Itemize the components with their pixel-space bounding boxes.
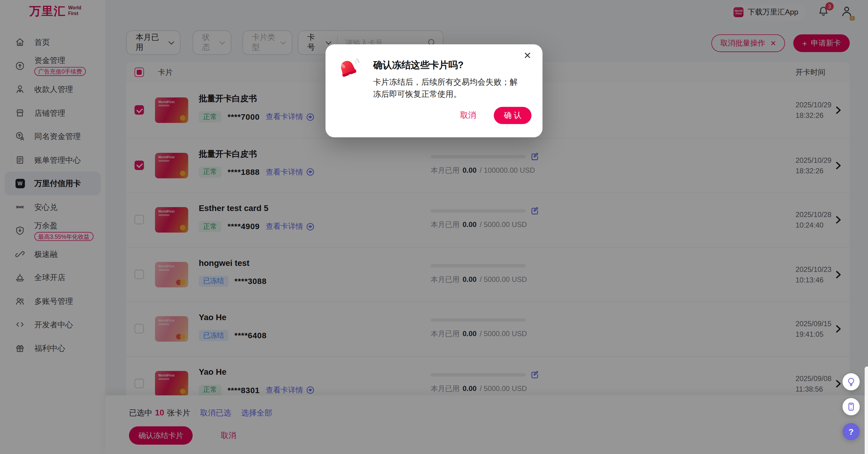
tips-button[interactable]: [843, 373, 860, 390]
dialog-cancel-button[interactable]: 取消: [457, 110, 479, 121]
alert-bell-icon: [338, 56, 363, 82]
lightbulb-icon: [846, 377, 856, 387]
dialog-title: 确认冻结这些卡片吗?: [373, 59, 464, 71]
freeze-confirm-dialog: ✕ 确认冻结这些卡片吗? 卡片冻结后，后续所有交易均会失败；解冻后即可恢复正常使…: [326, 44, 542, 138]
floating-toolbar: ?: [843, 373, 860, 440]
dialog-confirm-button[interactable]: 确 认: [494, 107, 532, 124]
scrollbar-track[interactable]: [865, 367, 868, 454]
dialog-body-text: 卡片冻结后，后续所有交易均会失败；解冻后即可恢复正常使用。: [373, 76, 521, 100]
app-root: 万里汇 WorldFirst 首页 资金管理 广告充值0手续费 收款人管理 店铺…: [0, 0, 868, 454]
help-button[interactable]: ?: [843, 423, 860, 440]
question-mark-icon: ?: [849, 427, 854, 436]
mobile-app-button[interactable]: [843, 398, 860, 416]
dialog-close-icon[interactable]: ✕: [524, 51, 531, 60]
mobile-phone-icon: [846, 402, 856, 411]
